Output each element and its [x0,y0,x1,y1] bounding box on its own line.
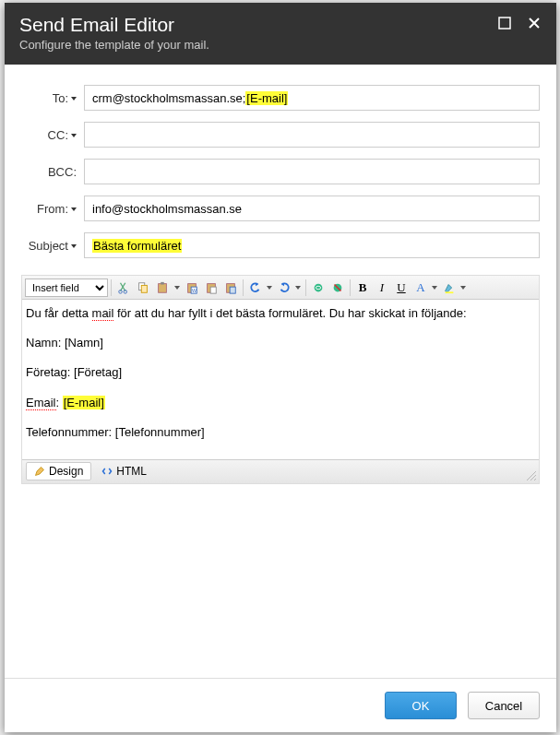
subject-field[interactable]: Bästa formuläret [84,232,540,258]
svg-text:W: W [192,288,197,293]
separator [305,279,306,296]
subject-label[interactable]: Subject [21,239,84,253]
separator [243,279,244,296]
body-line-5: Telefonnummer: [Telefonnummer] [26,424,535,441]
chevron-down-icon[interactable] [173,279,182,297]
chevron-down-icon[interactable] [293,279,303,297]
highlight-color-split[interactable] [440,279,468,297]
tab-html[interactable]: HTML [93,462,155,480]
svg-rect-13 [230,287,235,293]
to-value-highlight: [E-mail] [245,91,288,105]
copy-icon[interactable] [134,279,152,297]
dialog-title: Send Email Editor [19,14,542,36]
row-cc: CC: [21,122,540,148]
chevron-down-icon[interactable] [265,279,274,297]
paste-plain-icon[interactable] [202,279,220,297]
highlight-icon[interactable] [440,279,459,297]
svg-rect-5 [159,283,167,292]
cc-field[interactable] [84,122,540,148]
separator [350,279,351,296]
link-icon[interactable] [309,279,328,297]
body-line-1: Du får detta mail för att du har fyllt i… [26,305,535,322]
resize-grip-icon[interactable] [525,469,536,480]
row-subject: Subject Bästa formuläret [21,232,540,258]
dialog-footer: OK Cancel [5,678,556,732]
to-label[interactable]: To: [21,91,84,105]
pencil-icon [34,466,45,477]
redo-icon[interactable] [275,279,293,297]
cut-icon[interactable] [114,279,133,297]
spell-error: Email [26,396,56,410]
dialog: Send Email Editor Configure the template… [5,3,556,732]
body-highlight: [E-mail] [63,396,105,409]
font-color-split[interactable]: A [411,279,439,297]
bcc-field[interactable] [84,159,540,184]
chevron-down-icon[interactable] [430,279,439,297]
editor-body[interactable]: Du får detta mail för att du har fyllt i… [22,300,539,459]
paste-icon[interactable] [153,279,172,297]
editor-toolbar: Insert field W B I U [22,276,539,300]
row-to: To: crm@stockholmsmassan.se;[E-mail] [21,85,540,111]
close-icon[interactable] [525,14,543,32]
tab-design[interactable]: Design [26,462,91,480]
cc-label[interactable]: CC: [21,128,84,142]
svg-rect-6 [161,281,164,284]
unlink-icon[interactable] [328,279,347,297]
maximize-icon[interactable] [495,14,514,32]
subject-highlight: Bästa formuläret [92,239,182,253]
svg-rect-11 [210,287,216,293]
form-area: To: crm@stockholmsmassan.se;[E-mail] CC:… [5,65,556,275]
to-field[interactable]: crm@stockholmsmassan.se;[E-mail] [84,85,540,111]
insert-field-select[interactable]: Insert field [25,279,108,297]
underline-icon[interactable]: U [392,279,411,297]
bcc-label: BCC: [21,165,84,179]
from-label[interactable]: From: [21,202,84,216]
body-line-2: Namn: [Namn] [26,335,535,351]
font-color-icon[interactable]: A [411,279,430,297]
spell-error: mail [92,306,114,321]
redo-split[interactable] [275,279,303,297]
paste-html-icon[interactable] [221,279,240,297]
from-field[interactable]: info@stockholmsmassan.se [84,196,540,221]
row-bcc: BCC: [21,159,540,184]
paste-word-icon[interactable]: W [183,279,201,297]
code-icon [101,466,113,477]
editor: Insert field W B I U [21,275,540,484]
svg-rect-4 [141,285,147,292]
undo-split[interactable] [246,279,274,297]
svg-rect-0 [499,18,510,29]
editor-footer: Design HTML [22,459,539,483]
svg-rect-16 [446,291,454,293]
body-line-4: Email: [E-mail] [26,395,535,411]
cancel-button[interactable]: Cancel [468,692,540,719]
dialog-subtitle: Configure the template of your mail. [19,38,542,52]
bold-icon[interactable]: B [353,279,372,297]
separator [111,279,112,296]
window-controls [495,14,543,32]
to-value-plain: crm@stockholmsmassan.se; [92,91,245,105]
titlebar: Send Email Editor Configure the template… [5,3,556,65]
body-line-3: Företag: [Företag] [26,364,535,381]
italic-icon[interactable]: I [373,279,391,297]
undo-icon[interactable] [246,279,265,297]
row-from: From: info@stockholmsmassan.se [21,196,540,221]
chevron-down-icon[interactable] [459,279,468,297]
paste-split[interactable] [173,279,182,297]
ok-button[interactable]: OK [385,692,457,719]
